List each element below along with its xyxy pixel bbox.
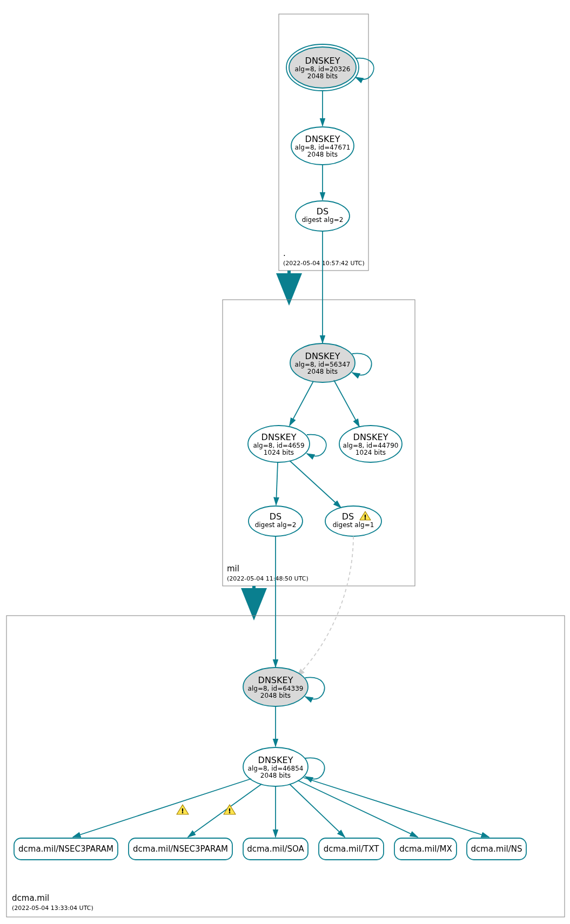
- svg-text:dcma.mil/MX: dcma.mil/MX: [399, 844, 452, 854]
- svg-text:alg=8, id=44790: alg=8, id=44790: [343, 442, 399, 449]
- svg-text:DNSKEY: DNSKEY: [261, 432, 297, 442]
- rrset-nsec3param-1: dcma.mil/NSEC3PARAM: [14, 838, 118, 860]
- svg-text:2048 bits: 2048 bits: [260, 772, 291, 779]
- node-mil-ds1: DS digest alg=2: [249, 506, 303, 536]
- svg-text:DNSKEY: DNSKEY: [353, 432, 388, 442]
- svg-text:2048 bits: 2048 bits: [307, 72, 338, 80]
- zone-root-label: .: [283, 248, 286, 258]
- edge-mil-ds2-dcma-ksk: [297, 536, 353, 676]
- node-mil-ds2: DS digest alg=1 !: [325, 506, 381, 536]
- edge-mil-ksk-zsk1: [290, 381, 313, 426]
- svg-text:DNSKEY: DNSKEY: [305, 134, 340, 144]
- warning-icon: !: [177, 805, 189, 815]
- svg-text:alg=8, id=20326: alg=8, id=20326: [295, 65, 351, 73]
- zone-mil-label: mil: [227, 564, 239, 574]
- svg-text:dcma.mil/NSEC3PARAM: dcma.mil/NSEC3PARAM: [18, 844, 113, 854]
- zone-mil: mil (2022-05-04 11:48:50 UTC) DNSKEY alg…: [223, 231, 415, 586]
- svg-text:alg=8, id=56347: alg=8, id=56347: [295, 361, 351, 368]
- edge-mil-ksk-zsk2: [334, 380, 359, 427]
- node-mil-zsk2: DNSKEY alg=8, id=44790 1024 bits: [339, 426, 402, 462]
- svg-text:alg=8, id=4659: alg=8, id=4659: [253, 442, 304, 449]
- svg-text:alg=8, id=46854: alg=8, id=46854: [248, 765, 304, 772]
- zone-dcma: dcma.mil (2022-05-04 13:33:04 UTC) DNSKE…: [6, 536, 565, 917]
- svg-text:dcma.mil/NSEC3PARAM: dcma.mil/NSEC3PARAM: [133, 844, 228, 854]
- svg-text:2048 bits: 2048 bits: [307, 368, 338, 375]
- rrset-soa: dcma.mil/SOA: [243, 838, 308, 860]
- svg-text:DS: DS: [270, 511, 281, 522]
- zone-dcma-timestamp: (2022-05-04 13:33:04 UTC): [12, 905, 93, 912]
- edge-zsk-r4: [290, 784, 345, 837]
- svg-text:alg=8, id=47671: alg=8, id=47671: [295, 144, 351, 151]
- dnssec-graph: . (2022-05-04 10:57:42 UTC) DNSKEY alg=8…: [0, 0, 570, 924]
- zone-mil-timestamp: (2022-05-04 11:48:50 UTC): [227, 575, 309, 582]
- edge-zsk-r2: [188, 784, 261, 837]
- zone-root: . (2022-05-04 10:57:42 UTC) DNSKEY alg=8…: [279, 14, 374, 271]
- edge-mil-zsk1-ds2: [290, 461, 341, 508]
- svg-text:digest alg=2: digest alg=2: [302, 216, 344, 224]
- svg-text:DNSKEY: DNSKEY: [258, 675, 293, 685]
- svg-text:dcma.mil/SOA: dcma.mil/SOA: [247, 844, 304, 854]
- rrset-ns: dcma.mil/NS: [467, 838, 526, 860]
- node-root-ds: DS digest alg=2: [296, 201, 350, 231]
- svg-text:DNSKEY: DNSKEY: [305, 351, 340, 361]
- svg-text:1024 bits: 1024 bits: [356, 449, 386, 456]
- zone-dcma-label: dcma.mil: [12, 893, 49, 903]
- rrset-mx: dcma.mil/MX: [394, 838, 457, 860]
- svg-text:2048 bits: 2048 bits: [260, 692, 291, 699]
- edge-mil-zsk1-ds1: [276, 462, 278, 505]
- svg-text:!: !: [181, 807, 184, 815]
- svg-text:digest alg=1: digest alg=1: [333, 521, 374, 529]
- svg-text:alg=8, id=64339: alg=8, id=64339: [248, 685, 304, 692]
- svg-text:!: !: [228, 807, 231, 815]
- rrset-nsec3param-2: dcma.mil/NSEC3PARAM: [129, 838, 232, 860]
- svg-text:2048 bits: 2048 bits: [307, 151, 338, 158]
- node-mil-ksk: DNSKEY alg=8, id=56347 2048 bits: [290, 343, 355, 382]
- edge-zsk-r6: [304, 778, 489, 837]
- svg-text:!: !: [364, 513, 367, 521]
- node-mil-zsk1: DNSKEY alg=8, id=4659 1024 bits: [248, 426, 310, 462]
- svg-text:1024 bits: 1024 bits: [264, 449, 294, 456]
- svg-text:digest alg=2: digest alg=2: [255, 521, 297, 529]
- svg-text:DS: DS: [317, 206, 328, 217]
- node-root-zsk: DNSKEY alg=8, id=47671 2048 bits: [291, 127, 354, 165]
- svg-text:DS: DS: [342, 511, 354, 522]
- node-dcma-ksk: DNSKEY alg=8, id=64339 2048 bits: [243, 667, 308, 706]
- zone-root-timestamp: (2022-05-04 10:57:42 UTC): [283, 260, 365, 267]
- svg-text:dcma.mil/TXT: dcma.mil/TXT: [324, 844, 380, 854]
- svg-text:DNSKEY: DNSKEY: [305, 56, 340, 66]
- rrset-txt: dcma.mil/TXT: [319, 838, 384, 860]
- node-root-ksk: DNSKEY alg=8, id=20326 2048 bits: [286, 44, 359, 91]
- edge-zsk-r1: [73, 779, 251, 837]
- svg-text:DNSKEY: DNSKEY: [258, 755, 293, 765]
- svg-text:dcma.mil/NS: dcma.mil/NS: [471, 844, 522, 854]
